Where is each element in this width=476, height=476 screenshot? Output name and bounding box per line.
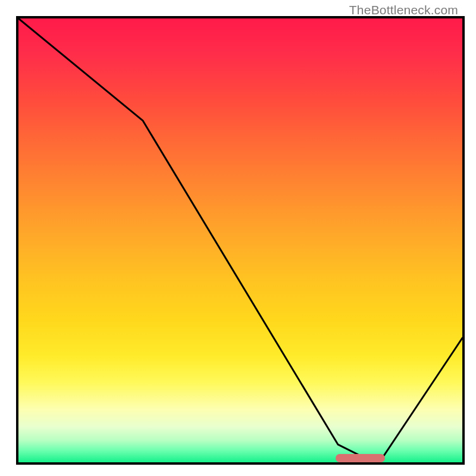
- chart-container: TheBottleneck.com: [0, 0, 476, 476]
- watermark-text: TheBottleneck.com: [349, 3, 458, 17]
- bottleneck-curve: [18, 18, 462, 462]
- plot-area: [16, 16, 465, 465]
- optimal-range-marker: [336, 454, 385, 462]
